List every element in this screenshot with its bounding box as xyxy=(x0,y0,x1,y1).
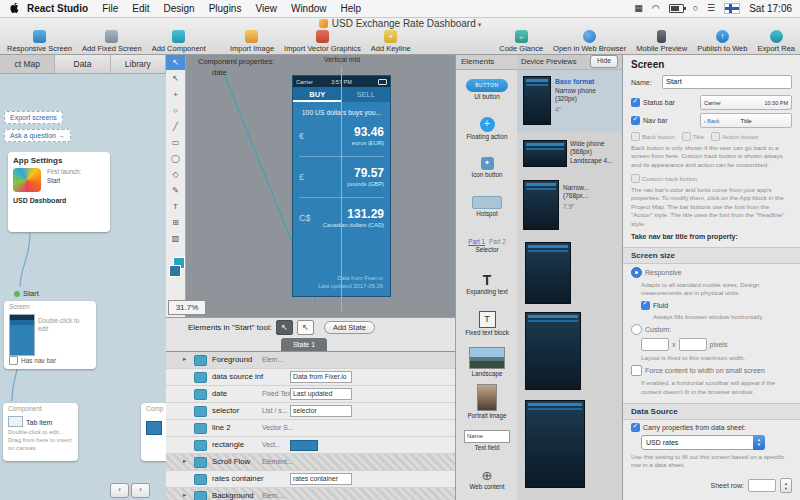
map-prev-button[interactable]: ‹ xyxy=(110,483,129,498)
element-row-data-source[interactable]: data source inf Data from Fixer.io xyxy=(166,369,455,386)
element-row-foreground[interactable]: ▸ Foreground Elem... xyxy=(166,352,455,369)
screen-thumbnail[interactable] xyxy=(9,314,35,356)
element-value-input[interactable]: Last updated xyxy=(290,388,352,400)
black-arrow-tool-icon[interactable]: ↖ xyxy=(276,320,293,335)
sheet-row-input[interactable] xyxy=(748,479,776,492)
device-thumbnail[interactable] xyxy=(523,140,567,167)
back-button-checkbox[interactable]: Back button xyxy=(631,132,675,141)
spotlight-icon[interactable]: ○ xyxy=(693,4,698,13)
line-tool[interactable]: ╱ xyxy=(166,118,185,134)
vertical-keyline[interactable] xyxy=(341,66,342,312)
palette-item-web-content[interactable]: ⊕ Web content xyxy=(456,460,518,499)
palette-item-text-field[interactable]: Name Text field xyxy=(456,421,518,460)
caret-icon[interactable]: ▸ xyxy=(183,457,186,465)
menu-edit[interactable]: Edit xyxy=(125,3,156,14)
component-card-clipped[interactable]: Comp xyxy=(141,403,167,461)
hide-button[interactable]: Hide xyxy=(590,55,618,68)
polygon-tool[interactable]: ◇ xyxy=(166,166,185,182)
status-bar-checkbox[interactable] xyxy=(631,98,640,107)
device-item-narrow-tablet[interactable]: Narrow... (768px... 7.9" xyxy=(517,176,622,234)
element-value-input[interactable]: rates container xyxy=(290,473,352,485)
zoom-tool[interactable]: ○ xyxy=(166,102,185,118)
palette-item-icon-button[interactable]: ✦ Icon button xyxy=(456,148,518,187)
rectangle-tool[interactable]: ▭ xyxy=(166,134,185,150)
fluid-checkbox[interactable] xyxy=(641,301,650,310)
element-row-rates-container[interactable]: rates container rates container xyxy=(166,471,455,488)
gradient-tool[interactable]: ▨ xyxy=(166,230,185,246)
add-state-button[interactable]: Add State xyxy=(324,321,375,334)
element-row-line2[interactable]: line 2 Vector S... xyxy=(166,420,455,437)
element-row-rectangle[interactable]: rectangle Vect... xyxy=(166,437,455,454)
document-title[interactable]: USD Exchange Rate Dashboard▾ xyxy=(0,18,800,29)
toolbar-add-component-button[interactable]: Add Component xyxy=(147,30,211,53)
menu-react-studio[interactable]: React Studio xyxy=(23,3,95,14)
state-tab[interactable]: State 1 xyxy=(281,338,327,351)
direct-select-tool[interactable]: ↖ xyxy=(166,70,185,86)
device-item-desktop[interactable] xyxy=(517,398,622,490)
toolbar-export-react-button[interactable]: Export Rea xyxy=(752,30,800,53)
element-value-input[interactable]: Data from Fixer.io xyxy=(290,371,352,383)
element-value-input[interactable]: selector xyxy=(290,405,352,417)
menu-design[interactable]: Design xyxy=(156,3,201,14)
device-thumbnail[interactable] xyxy=(525,242,571,304)
device-item-large-tablet[interactable] xyxy=(517,310,622,392)
toolbar-import-image-button[interactable]: Import Image xyxy=(225,30,279,53)
ask-question-button[interactable]: Ask a question → xyxy=(4,129,71,142)
toolbar-add-keyline-button[interactable]: Add Keyline xyxy=(366,30,416,53)
device-item-base-format[interactable]: Base format Narrow phone (320px) 4" xyxy=(517,70,622,132)
app-settings-card[interactable]: App Settings First launch: Start USD Das… xyxy=(8,152,110,232)
white-arrow-tool-icon[interactable]: ↖ xyxy=(297,320,314,335)
palette-item-selector[interactable]: Part 1 Part 2 Selector xyxy=(456,226,518,265)
screen-card-start[interactable]: Screen Double-click to edit Has nav bar xyxy=(4,301,96,369)
export-screens-button[interactable]: Export screens xyxy=(4,111,63,124)
tab-data[interactable]: Data xyxy=(55,54,110,73)
caret-icon[interactable]: ▸ xyxy=(183,355,186,363)
palette-item-hotspot[interactable]: Hotspot xyxy=(456,187,518,226)
menu-clock[interactable]: Sat 17:06 xyxy=(749,3,792,14)
pen-tool[interactable]: ✎ xyxy=(166,182,185,198)
element-row-scroll-flow[interactable]: ▸ Scroll Flow Element... xyxy=(166,454,455,471)
element-row-date[interactable]: date Fixed Text Last updated xyxy=(166,386,455,403)
toolbar-add-fixed-screen-button[interactable]: Add Fixed Screen xyxy=(77,30,147,53)
sell-tab[interactable]: SELL xyxy=(342,87,391,102)
toolbar-open-browser-button[interactable]: Open in Web Browser xyxy=(548,30,631,53)
element-row-background[interactable]: ▸ Background Elem... xyxy=(166,488,455,500)
slice-tool[interactable]: ⊞ xyxy=(166,214,185,230)
stroke-color-swatch[interactable] xyxy=(169,265,181,277)
nav-bar-checkbox[interactable] xyxy=(631,116,640,125)
sheet-row-stepper[interactable] xyxy=(780,478,792,493)
device-item-wide-phone[interactable]: Wide phone (568px) Landscape 4... xyxy=(517,136,622,172)
custom-radio[interactable] xyxy=(631,324,642,335)
tiles-icon[interactable]: ▦ xyxy=(634,4,643,13)
map-next-button[interactable]: › xyxy=(131,483,150,498)
zoom-level[interactable]: 31.7% xyxy=(168,300,206,315)
menu-plugins[interactable]: Plugins xyxy=(202,3,249,14)
toolbar-publish-web-button[interactable]: Publish to Web xyxy=(692,30,752,53)
device-item-tablet[interactable] xyxy=(517,240,622,306)
data-sheet-select[interactable]: USD rates xyxy=(641,435,765,450)
tab-project-map[interactable]: ct Map xyxy=(0,54,55,73)
palette-item-landscape-image[interactable]: Landscape xyxy=(456,343,518,382)
custom-width-input[interactable] xyxy=(641,338,669,351)
text-tool[interactable]: T xyxy=(166,198,185,214)
responsive-radio[interactable] xyxy=(631,267,642,278)
oval-tool[interactable]: ◯ xyxy=(166,150,185,166)
palette-item-ui-button[interactable]: BUTTON UI button xyxy=(456,70,518,109)
select-tool[interactable]: ↖ xyxy=(166,54,185,70)
palette-item-portrait-image[interactable]: Portrait image xyxy=(456,382,518,421)
control-center-icon[interactable]: ☰ xyxy=(707,4,715,13)
finland-flag-icon[interactable] xyxy=(724,3,740,14)
tab-library[interactable]: Library xyxy=(111,54,166,73)
device-thumbnail[interactable] xyxy=(523,180,559,230)
battery-icon[interactable] xyxy=(669,4,684,13)
element-row-selector[interactable]: selector List / s... selector xyxy=(166,403,455,420)
menu-window[interactable]: Window xyxy=(284,3,334,14)
custom-height-input[interactable] xyxy=(679,338,707,351)
carry-properties-checkbox[interactable] xyxy=(631,423,640,432)
has-nav-bar-option[interactable]: Has nav bar xyxy=(9,356,56,365)
device-thumbnail[interactable] xyxy=(525,312,581,390)
menu-file[interactable]: File xyxy=(95,3,125,14)
menu-help[interactable]: Help xyxy=(334,3,369,14)
move-tool[interactable]: + xyxy=(166,86,185,102)
palette-item-expanding-text[interactable]: T Expanding text xyxy=(456,265,518,304)
